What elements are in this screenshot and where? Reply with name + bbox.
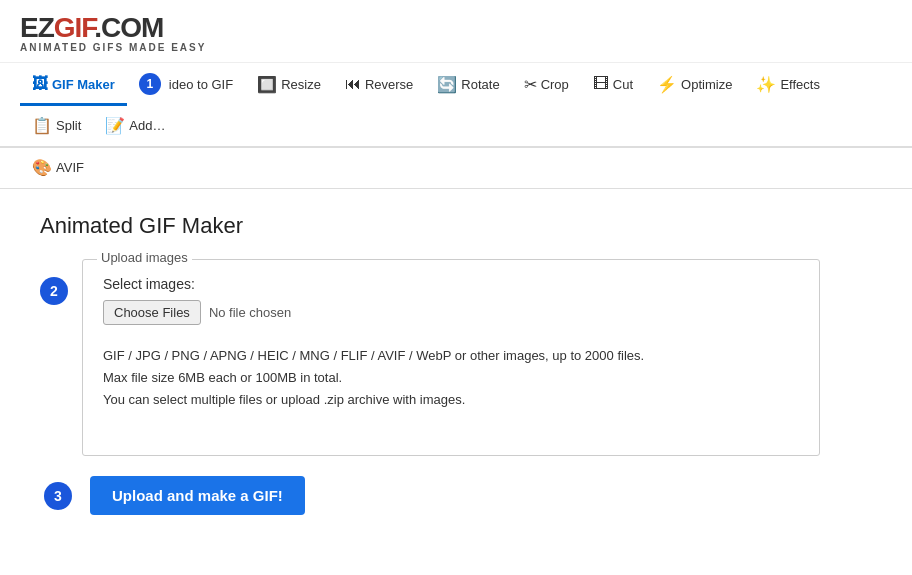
select-images-label: Select images:: [103, 276, 799, 292]
upload-fieldset: Upload images Select images: Choose File…: [82, 259, 820, 456]
info-line-3: You can select multiple files or upload …: [103, 389, 799, 411]
nav-row2: 🎨 AVIF: [0, 148, 912, 189]
step2-col: 2: [40, 259, 68, 305]
nav-optimize-label: Optimize: [681, 77, 732, 92]
resize-icon: 🔲: [257, 75, 277, 94]
nav-resize-label: Resize: [281, 77, 321, 92]
gif-maker-icon: 🖼: [32, 75, 48, 93]
nav-optimize[interactable]: ⚡ Optimize: [645, 65, 744, 107]
nav-video-to-gif[interactable]: 1 ideo to GIF: [127, 63, 245, 108]
step-3-badge: 3: [44, 482, 72, 510]
step-1-badge: 1: [139, 73, 161, 95]
nav-avif-label: AVIF: [56, 160, 84, 175]
add-icon: 📝: [105, 116, 125, 135]
upload-info: GIF / JPG / PNG / APNG / HEIC / MNG / FL…: [103, 345, 799, 411]
nav-avif[interactable]: 🎨 AVIF: [20, 148, 96, 190]
nav-gif-maker[interactable]: 🖼 GIF Maker: [20, 65, 127, 106]
nav-crop-label: Crop: [541, 77, 569, 92]
nav-cut-label: Cut: [613, 77, 633, 92]
nav-reverse[interactable]: ⏮ Reverse: [333, 65, 425, 106]
page-title: Animated GIF Maker: [40, 213, 872, 239]
optimize-icon: ⚡: [657, 75, 677, 94]
effects-icon: ✨: [756, 75, 776, 94]
logo-text: EZGIF.COM: [20, 12, 206, 44]
upload-section-row: 2 Upload images Select images: Choose Fi…: [40, 259, 820, 456]
nav-effects[interactable]: ✨ Effects: [744, 65, 832, 107]
crop-icon: ✂: [524, 75, 537, 94]
nav-cut[interactable]: 🎞 Cut: [581, 65, 645, 106]
nav-rotate-label: Rotate: [461, 77, 499, 92]
rotate-icon: 🔄: [437, 75, 457, 94]
nav-resize[interactable]: 🔲 Resize: [245, 65, 333, 107]
nav-split[interactable]: 📋 Split: [20, 106, 93, 148]
cut-icon: 🎞: [593, 75, 609, 93]
nav-split-label: Split: [56, 118, 81, 133]
nav-effects-label: Effects: [780, 77, 820, 92]
reverse-icon: ⏮: [345, 75, 361, 93]
main-content: Animated GIF Maker 2 Upload images Selec…: [0, 189, 912, 539]
logo-tagline: ANIMATED GIFS MADE EASY: [20, 42, 206, 53]
nav-rotate[interactable]: 🔄 Rotate: [425, 65, 511, 107]
upload-btn-row: 3 Upload and make a GIF!: [40, 476, 820, 515]
no-file-text: No file chosen: [209, 305, 291, 320]
logo: EZGIF.COM ANIMATED GIFS MADE EASY: [20, 12, 206, 53]
step-2-badge: 2: [40, 277, 68, 305]
info-line-1: GIF / JPG / PNG / APNG / HEIC / MNG / FL…: [103, 345, 799, 367]
avif-icon: 🎨: [32, 158, 52, 177]
nav-gif-maker-label: GIF Maker: [52, 77, 115, 92]
main-nav: 🖼 GIF Maker 1 ideo to GIF 🔲 Resize ⏮ Rev…: [0, 63, 912, 148]
choose-files-button[interactable]: Choose Files: [103, 300, 201, 325]
file-input-row: Choose Files No file chosen: [103, 300, 799, 325]
header: EZGIF.COM ANIMATED GIFS MADE EASY: [0, 0, 912, 63]
nav-reverse-label: Reverse: [365, 77, 413, 92]
info-line-2: Max file size 6MB each or 100MB in total…: [103, 367, 799, 389]
nav-crop[interactable]: ✂ Crop: [512, 65, 581, 107]
upload-make-gif-button[interactable]: Upload and make a GIF!: [90, 476, 305, 515]
nav-add-label: Add…: [129, 118, 165, 133]
step3-col: 3: [40, 482, 76, 510]
upload-content: Upload images Select images: Choose File…: [82, 259, 820, 456]
sections: 2 Upload images Select images: Choose Fi…: [40, 259, 820, 515]
nav-video-to-gif-label: ideo to GIF: [169, 77, 233, 92]
nav-add[interactable]: 📝 Add…: [93, 106, 177, 148]
upload-legend: Upload images: [97, 250, 192, 265]
split-icon: 📋: [32, 116, 52, 135]
upload-btn-col: Upload and make a GIF!: [90, 476, 305, 515]
